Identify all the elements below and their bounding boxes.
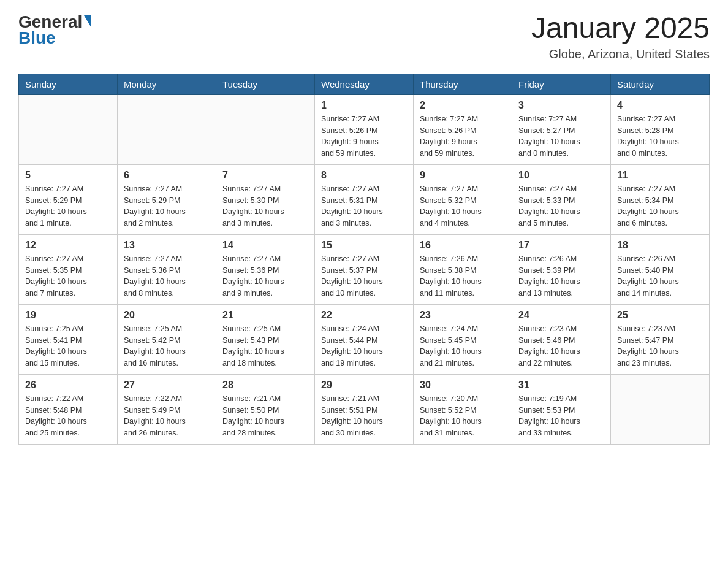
calendar-cell: 12Sunrise: 7:27 AMSunset: 5:35 PMDayligh… (19, 234, 118, 304)
logo-triangle-icon (84, 15, 91, 28)
day-info: Sunrise: 7:27 AMSunset: 5:34 PMDaylight:… (617, 183, 703, 229)
day-info: Sunrise: 7:27 AMSunset: 5:26 PMDaylight:… (321, 113, 407, 159)
calendar-week-row: 19Sunrise: 7:25 AMSunset: 5:41 PMDayligh… (19, 304, 710, 374)
day-info: Sunrise: 7:27 AMSunset: 5:27 PMDaylight:… (518, 113, 604, 159)
calendar-week-row: 1Sunrise: 7:27 AMSunset: 5:26 PMDaylight… (19, 94, 710, 164)
day-number: 18 (617, 240, 703, 251)
calendar-week-row: 12Sunrise: 7:27 AMSunset: 5:35 PMDayligh… (19, 234, 710, 304)
day-info: Sunrise: 7:27 AMSunset: 5:29 PMDaylight:… (25, 183, 111, 229)
calendar-cell: 28Sunrise: 7:21 AMSunset: 5:50 PMDayligh… (216, 374, 315, 444)
day-info: Sunrise: 7:27 AMSunset: 5:36 PMDaylight:… (222, 253, 308, 299)
calendar-cell (216, 94, 315, 164)
calendar-cell: 5Sunrise: 7:27 AMSunset: 5:29 PMDaylight… (19, 164, 118, 234)
calendar-header-sunday: Sunday (19, 74, 118, 94)
calendar-cell (19, 94, 118, 164)
calendar-cell: 8Sunrise: 7:27 AMSunset: 5:31 PMDaylight… (315, 164, 414, 234)
day-number: 28 (222, 380, 308, 391)
calendar-cell: 3Sunrise: 7:27 AMSunset: 5:27 PMDaylight… (512, 94, 611, 164)
day-number: 4 (617, 100, 703, 111)
day-info: Sunrise: 7:27 AMSunset: 5:31 PMDaylight:… (321, 183, 407, 229)
location: Globe, Arizona, United States (531, 47, 710, 61)
day-info: Sunrise: 7:22 AMSunset: 5:48 PMDaylight:… (25, 393, 111, 439)
calendar-cell (611, 374, 710, 444)
calendar-cell: 29Sunrise: 7:21 AMSunset: 5:51 PMDayligh… (315, 374, 414, 444)
day-info: Sunrise: 7:25 AMSunset: 5:41 PMDaylight:… (25, 323, 111, 369)
calendar-cell: 17Sunrise: 7:26 AMSunset: 5:39 PMDayligh… (512, 234, 611, 304)
day-number: 29 (321, 380, 407, 391)
day-number: 3 (518, 100, 604, 111)
calendar-cell: 25Sunrise: 7:23 AMSunset: 5:47 PMDayligh… (611, 304, 710, 374)
day-number: 31 (518, 380, 604, 391)
calendar-header-wednesday: Wednesday (315, 74, 414, 94)
calendar-header-tuesday: Tuesday (216, 74, 315, 94)
calendar-cell: 19Sunrise: 7:25 AMSunset: 5:41 PMDayligh… (19, 304, 118, 374)
day-info: Sunrise: 7:27 AMSunset: 5:30 PMDaylight:… (222, 183, 308, 229)
day-number: 1 (321, 100, 407, 111)
calendar-table: SundayMondayTuesdayWednesdayThursdayFrid… (18, 74, 710, 445)
day-number: 25 (617, 310, 703, 321)
day-info: Sunrise: 7:22 AMSunset: 5:49 PMDaylight:… (124, 393, 210, 439)
calendar-cell: 21Sunrise: 7:25 AMSunset: 5:43 PMDayligh… (216, 304, 315, 374)
day-info: Sunrise: 7:27 AMSunset: 5:28 PMDaylight:… (617, 113, 703, 159)
day-info: Sunrise: 7:26 AMSunset: 5:40 PMDaylight:… (617, 253, 703, 299)
day-info: Sunrise: 7:24 AMSunset: 5:45 PMDaylight:… (420, 323, 506, 369)
calendar-week-row: 5Sunrise: 7:27 AMSunset: 5:29 PMDaylight… (19, 164, 710, 234)
day-info: Sunrise: 7:21 AMSunset: 5:50 PMDaylight:… (222, 393, 308, 439)
day-number: 20 (124, 310, 210, 321)
page-header: General Blue January 2025 Globe, Arizona… (18, 12, 710, 61)
day-info: Sunrise: 7:27 AMSunset: 5:36 PMDaylight:… (124, 253, 210, 299)
day-number: 21 (222, 310, 308, 321)
day-number: 9 (420, 170, 506, 181)
calendar-cell: 4Sunrise: 7:27 AMSunset: 5:28 PMDaylight… (611, 94, 710, 164)
logo: General Blue (18, 12, 91, 48)
calendar-header-friday: Friday (512, 74, 611, 94)
day-number: 24 (518, 310, 604, 321)
calendar-week-row: 26Sunrise: 7:22 AMSunset: 5:48 PMDayligh… (19, 374, 710, 444)
month-title: January 2025 (531, 12, 710, 45)
calendar-cell: 15Sunrise: 7:27 AMSunset: 5:37 PMDayligh… (315, 234, 414, 304)
calendar-cell: 9Sunrise: 7:27 AMSunset: 5:32 PMDaylight… (414, 164, 512, 234)
day-info: Sunrise: 7:26 AMSunset: 5:39 PMDaylight:… (518, 253, 604, 299)
day-number: 2 (420, 100, 506, 111)
day-number: 7 (222, 170, 308, 181)
calendar-header-monday: Monday (118, 74, 216, 94)
day-number: 27 (124, 380, 210, 391)
day-info: Sunrise: 7:25 AMSunset: 5:43 PMDaylight:… (222, 323, 308, 369)
day-info: Sunrise: 7:23 AMSunset: 5:47 PMDaylight:… (617, 323, 703, 369)
day-info: Sunrise: 7:23 AMSunset: 5:46 PMDaylight:… (518, 323, 604, 369)
day-info: Sunrise: 7:24 AMSunset: 5:44 PMDaylight:… (321, 323, 407, 369)
calendar-cell: 1Sunrise: 7:27 AMSunset: 5:26 PMDaylight… (315, 94, 414, 164)
day-number: 5 (25, 170, 111, 181)
day-info: Sunrise: 7:27 AMSunset: 5:26 PMDaylight:… (420, 113, 506, 159)
day-number: 17 (518, 240, 604, 251)
calendar-cell: 31Sunrise: 7:19 AMSunset: 5:53 PMDayligh… (512, 374, 611, 444)
calendar-cell: 10Sunrise: 7:27 AMSunset: 5:33 PMDayligh… (512, 164, 611, 234)
day-number: 10 (518, 170, 604, 181)
day-info: Sunrise: 7:25 AMSunset: 5:42 PMDaylight:… (124, 323, 210, 369)
day-info: Sunrise: 7:27 AMSunset: 5:32 PMDaylight:… (420, 183, 506, 229)
day-number: 13 (124, 240, 210, 251)
calendar-cell: 22Sunrise: 7:24 AMSunset: 5:44 PMDayligh… (315, 304, 414, 374)
calendar-cell: 30Sunrise: 7:20 AMSunset: 5:52 PMDayligh… (414, 374, 512, 444)
calendar-cell (118, 94, 216, 164)
calendar-cell: 14Sunrise: 7:27 AMSunset: 5:36 PMDayligh… (216, 234, 315, 304)
day-info: Sunrise: 7:21 AMSunset: 5:51 PMDaylight:… (321, 393, 407, 439)
day-info: Sunrise: 7:27 AMSunset: 5:33 PMDaylight:… (518, 183, 604, 229)
calendar-cell: 23Sunrise: 7:24 AMSunset: 5:45 PMDayligh… (414, 304, 512, 374)
day-info: Sunrise: 7:26 AMSunset: 5:38 PMDaylight:… (420, 253, 506, 299)
calendar-cell: 24Sunrise: 7:23 AMSunset: 5:46 PMDayligh… (512, 304, 611, 374)
calendar-cell: 7Sunrise: 7:27 AMSunset: 5:30 PMDaylight… (216, 164, 315, 234)
day-number: 11 (617, 170, 703, 181)
day-number: 26 (25, 380, 111, 391)
calendar-header-saturday: Saturday (611, 74, 710, 94)
calendar-header-thursday: Thursday (414, 74, 512, 94)
calendar-cell: 20Sunrise: 7:25 AMSunset: 5:42 PMDayligh… (118, 304, 216, 374)
calendar-cell: 6Sunrise: 7:27 AMSunset: 5:29 PMDaylight… (118, 164, 216, 234)
day-number: 23 (420, 310, 506, 321)
day-number: 6 (124, 170, 210, 181)
day-number: 14 (222, 240, 308, 251)
calendar-cell: 11Sunrise: 7:27 AMSunset: 5:34 PMDayligh… (611, 164, 710, 234)
day-number: 16 (420, 240, 506, 251)
day-info: Sunrise: 7:27 AMSunset: 5:37 PMDaylight:… (321, 253, 407, 299)
calendar-header-row: SundayMondayTuesdayWednesdayThursdayFrid… (19, 74, 710, 94)
